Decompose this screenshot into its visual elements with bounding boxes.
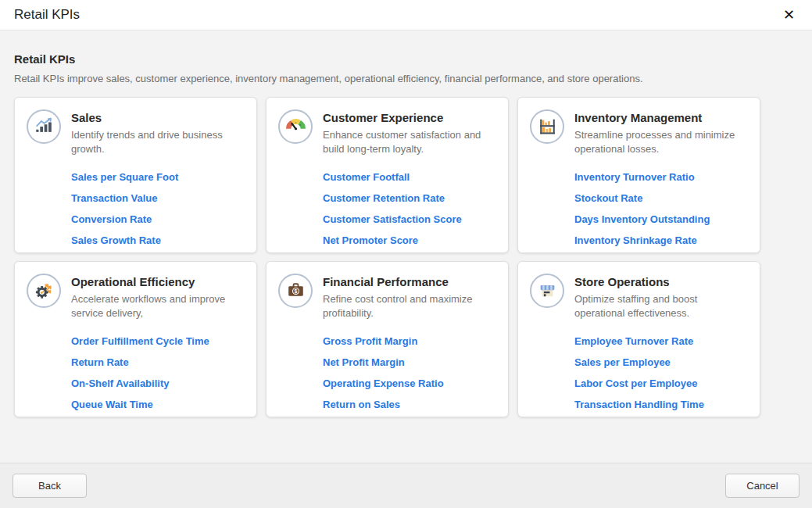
inventory-icon-ring — [530, 109, 564, 144]
kpi-link[interactable]: Inventory Turnover Ratio — [574, 171, 695, 183]
close-icon[interactable]: ✕ — [778, 5, 799, 25]
dialog-content: Retail KPIs Retail KPIs improve sales, c… — [0, 30, 812, 417]
warehouse-shelf-icon — [537, 116, 558, 137]
card-description: Accelerate workflows and improve service… — [71, 292, 245, 320]
kpi-link[interactable]: Inventory Shrinkage Rate — [574, 234, 697, 246]
kpi-link[interactable]: Return on Sales — [323, 399, 400, 410]
kpi-card-sales: Sales Identify trends and drive business… — [14, 97, 257, 253]
kpi-link[interactable]: Sales per Employee — [574, 356, 671, 368]
section-title: Retail KPIs — [14, 52, 798, 66]
kpi-link[interactable]: Order Fulfillment Cycle Time — [71, 335, 209, 347]
card-description: Refine cost control and maximize profita… — [323, 292, 496, 320]
card-title: Store Operations — [574, 275, 748, 288]
kpi-link[interactable]: Stockout Rate — [574, 192, 642, 204]
kpi-link[interactable]: Transaction Handling Time — [574, 399, 704, 410]
kpi-link[interactable]: Operating Expense Ratio — [323, 377, 444, 389]
kpi-link[interactable]: Customer Satisfaction Score — [323, 213, 462, 225]
operational-efficiency-icon-ring — [27, 274, 61, 308]
kpi-link-list: Customer Footfall Customer Retention Rat… — [323, 170, 496, 247]
retail-kpis-dialog: Retail KPIs ✕ Retail KPIs Retail KPIs im… — [0, 0, 812, 508]
kpi-link[interactable]: Net Profit Margin — [323, 356, 405, 368]
kpi-link-list: Gross Profit Margin Net Profit Margin Op… — [323, 334, 496, 411]
store-operations-icon-ring — [530, 274, 564, 308]
kpi-link[interactable]: Queue Wait Time — [71, 399, 153, 410]
kpi-link-list: Sales per Square Foot Transaction Value … — [71, 170, 245, 247]
kpi-link[interactable]: Days Inventory Outstanding — [574, 213, 710, 225]
card-description: Identify trends and drive business growt… — [71, 128, 245, 156]
kpi-card-operational-efficiency: Operational Efficiency Accelerate workfl… — [14, 261, 257, 417]
financial-performance-icon-ring: $ — [278, 274, 313, 308]
cancel-button[interactable]: Cancel — [725, 474, 799, 498]
kpi-link[interactable]: Return Rate — [71, 356, 129, 368]
kpi-link-list: Order Fulfillment Cycle Time Return Rate… — [71, 334, 245, 411]
kpi-link[interactable]: Employee Turnover Rate — [574, 335, 693, 347]
card-description: Enhance customer satisfaction and build … — [323, 128, 496, 156]
svg-text:$: $ — [294, 288, 297, 295]
kpi-link[interactable]: Gross Profit Margin — [323, 335, 417, 347]
trend-chart-icon — [34, 116, 55, 137]
sales-icon-ring — [27, 109, 61, 144]
card-title: Operational Efficiency — [71, 275, 245, 288]
dialog-titlebar: Retail KPIs ✕ — [0, 0, 812, 30]
kpi-card-store-operations: Store Operations Optimize staffing and b… — [517, 261, 760, 417]
kpi-link[interactable]: Sales per Square Foot — [71, 171, 178, 183]
dialog-footer: Back Cancel — [0, 463, 812, 508]
briefcase-dollar-icon: $ — [285, 281, 306, 301]
card-title: Inventory Management — [574, 111, 748, 124]
dialog-title: Retail KPIs — [14, 7, 80, 23]
section-subtitle: Retail KPIs improve sales, customer expe… — [14, 73, 798, 84]
card-description: Streamline processes and minimize operat… — [574, 128, 748, 156]
kpi-link[interactable]: Customer Footfall — [323, 171, 410, 183]
kpi-link[interactable]: On-Shelf Availability — [71, 377, 169, 389]
kpi-link-list: Employee Turnover Rate Sales per Employe… — [574, 334, 748, 411]
kpi-link[interactable]: Net Promoter Score — [323, 234, 418, 246]
gear-arrows-icon — [34, 281, 55, 301]
kpi-link[interactable]: Transaction Value — [71, 192, 158, 204]
kpi-link[interactable]: Labor Cost per Employee — [574, 377, 697, 389]
card-description: Optimize staffing and boost operational … — [574, 292, 748, 320]
kpi-link-list: Inventory Turnover Ratio Stockout Rate D… — [574, 170, 748, 247]
kpi-link[interactable]: Conversion Rate — [71, 213, 152, 225]
card-title: Customer Experience — [323, 111, 496, 124]
kpi-card-financial-performance: $ Financial Performance Refine cost cont… — [266, 261, 509, 417]
back-button[interactable]: Back — [13, 474, 87, 498]
card-title: Financial Performance — [323, 275, 496, 288]
kpi-link[interactable]: Customer Retention Rate — [323, 192, 445, 204]
storefront-icon — [537, 281, 558, 301]
kpi-card-inventory-management: Inventory Management Streamline processe… — [517, 97, 760, 253]
customer-experience-icon-ring — [278, 109, 313, 144]
kpi-card-customer-experience: Customer Experience Enhance customer sat… — [266, 97, 509, 253]
card-title: Sales — [71, 111, 245, 124]
kpi-card-grid: Sales Identify trends and drive business… — [14, 97, 798, 417]
kpi-link[interactable]: Sales Growth Rate — [71, 234, 161, 246]
satisfaction-gauge-icon — [285, 116, 306, 137]
